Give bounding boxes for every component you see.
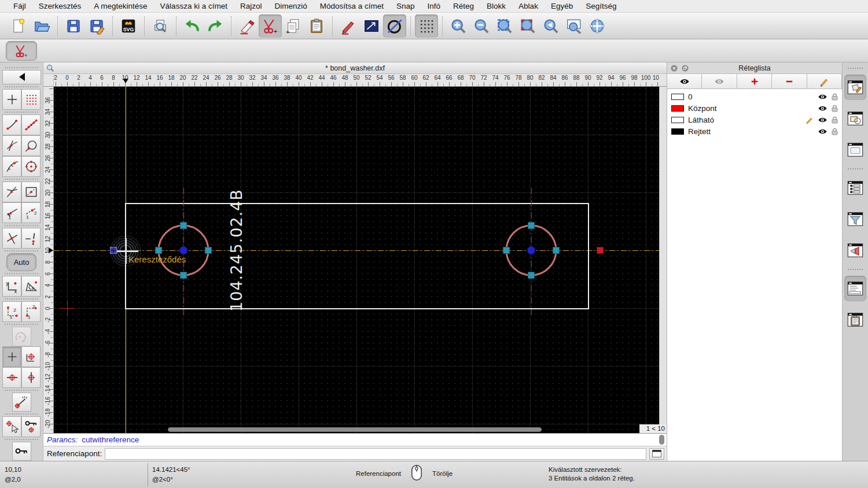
layer-visibility-eye-icon[interactable] xyxy=(818,105,827,112)
entity-list-dock-button[interactable] xyxy=(844,175,866,201)
horizontal-scrollbar-thumb[interactable] xyxy=(168,427,542,432)
menu-item-12[interactable]: Ablak xyxy=(512,2,545,10)
dock-handle[interactable] xyxy=(5,390,38,391)
dock-handle[interactable] xyxy=(5,250,38,252)
snap-center-button[interactable] xyxy=(21,156,41,177)
copy-button[interactable]: + xyxy=(282,14,305,38)
dock-handle[interactable] xyxy=(5,179,38,180)
snap-auto-button[interactable]: Auto xyxy=(6,253,36,271)
layer-lock-icon[interactable] xyxy=(832,116,838,124)
dock-handle[interactable] xyxy=(5,413,38,415)
grid-toggle-button[interactable] xyxy=(415,14,438,38)
layer-list-dock-button[interactable] xyxy=(844,75,866,100)
show-all-layers-button[interactable] xyxy=(667,74,702,88)
part-number-label[interactable]: 104.245.02.4B xyxy=(227,189,245,312)
dock-handle[interactable] xyxy=(5,67,38,68)
layer-row-0[interactable]: 0 xyxy=(667,91,842,102)
draw-pen-button[interactable] xyxy=(337,14,360,38)
block-list-dock-button[interactable] xyxy=(844,106,866,131)
endpoint-handle[interactable] xyxy=(597,247,604,254)
menu-item-6[interactable]: Dimenzió xyxy=(268,2,313,10)
zoom-selected-button[interactable] xyxy=(516,14,539,38)
snap-free-button[interactable] xyxy=(2,89,21,110)
zoom-auto-button[interactable] xyxy=(493,14,516,38)
snap-distance-manual-2-button[interactable]: 12 xyxy=(21,202,41,223)
restrict-orthogonal-button[interactable] xyxy=(21,346,41,367)
right-circle-center-point[interactable] xyxy=(527,246,535,254)
menu-item-2[interactable]: Szerkesztés xyxy=(32,2,88,10)
restrict-horizontal-button[interactable] xyxy=(2,367,21,388)
open-button[interactable] xyxy=(30,14,53,38)
layer-visibility-eye-icon[interactable] xyxy=(818,93,827,101)
relative-move-button[interactable] xyxy=(12,327,31,346)
document-title-bar[interactable]: * bond_washer.dxf xyxy=(43,62,667,74)
ellipse-tool-button[interactable] xyxy=(383,14,406,38)
cut-button[interactable]: + xyxy=(259,14,282,38)
dock-handle[interactable] xyxy=(848,168,863,169)
layer-lock-icon[interactable] xyxy=(832,105,838,112)
dock-handle[interactable] xyxy=(5,225,38,226)
set-relative-zero-button[interactable] xyxy=(2,416,21,437)
menu-item-1[interactable]: Fájl xyxy=(7,2,32,10)
layer-lock-icon[interactable] xyxy=(832,128,838,135)
lock-relative-zero-button[interactable] xyxy=(21,416,41,437)
menu-item-3[interactable]: A megtekintése xyxy=(87,2,153,10)
menu-item-9[interactable]: Infó xyxy=(421,2,447,10)
redo-button[interactable] xyxy=(204,14,227,38)
dock-handle[interactable] xyxy=(5,273,38,274)
coordinate-cartesian-button[interactable]: yx xyxy=(2,276,21,297)
layer-visibility-eye-icon[interactable] xyxy=(818,128,827,135)
menu-item-4[interactable]: Válassza ki a címet xyxy=(154,2,234,10)
zoom-out-button[interactable] xyxy=(470,14,493,38)
dock-handle[interactable] xyxy=(5,112,38,113)
corner-order-a-button[interactable]: 12 xyxy=(2,301,21,322)
attributes-eraser-button[interactable] xyxy=(236,14,259,38)
save-button[interactable] xyxy=(62,14,85,38)
menu-item-7[interactable]: Módosítsa a címet xyxy=(314,2,390,10)
collapse-back-button[interactable] xyxy=(2,70,41,84)
menu-item-8[interactable]: Snap xyxy=(390,2,421,10)
reference-point-handle[interactable] xyxy=(111,247,117,254)
dock-handle[interactable] xyxy=(5,298,38,300)
drawing-canvas[interactable]: 104.245.02.4B xyxy=(54,87,659,433)
snap-points-button[interactable] xyxy=(21,114,41,135)
menu-item-11[interactable]: Blokk xyxy=(480,2,512,10)
paste-button[interactable] xyxy=(305,14,328,38)
layer-lock-icon[interactable] xyxy=(832,93,838,101)
restrict-vertical-button[interactable] xyxy=(21,367,41,388)
current-tool-cut-button[interactable]: + xyxy=(6,41,37,61)
layer-row-Központ[interactable]: Központ xyxy=(667,102,842,114)
svg-export-button[interactable]: SVG xyxy=(117,14,140,38)
layer-visibility-eye-icon[interactable] xyxy=(818,116,827,124)
dock-handle[interactable] xyxy=(848,68,863,69)
float-panel-icon[interactable] xyxy=(681,64,689,72)
vertical-scrollbar[interactable] xyxy=(659,87,667,433)
close-icon[interactable] xyxy=(670,64,678,72)
edit-layer-button[interactable] xyxy=(807,74,842,88)
command-window-toggle-button[interactable] xyxy=(649,448,664,460)
dock-handle[interactable] xyxy=(5,439,38,440)
command-prompt-dock-button[interactable] xyxy=(844,238,866,263)
save-as-button[interactable] xyxy=(85,14,108,38)
scale-button[interactable] xyxy=(360,14,383,38)
snap-rect-middle-button[interactable] xyxy=(21,182,41,202)
command-window-dock-button[interactable] xyxy=(844,276,866,301)
dock-handle[interactable] xyxy=(5,86,38,87)
new-document-button[interactable] xyxy=(7,14,30,38)
print-preview-button[interactable] xyxy=(149,14,172,38)
command-scrollbar-thumb[interactable] xyxy=(659,435,664,445)
layer-row-Látható[interactable]: Látható xyxy=(667,114,842,125)
add-layer-button[interactable] xyxy=(737,74,772,88)
clipboard-dock-button[interactable] xyxy=(844,307,866,332)
zoom-in-button[interactable] xyxy=(447,14,470,38)
dock-handle[interactable] xyxy=(848,269,863,270)
snap-intersection-button[interactable] xyxy=(2,228,21,249)
snap-on-entity-button[interactable] xyxy=(21,135,41,156)
angle-gauge-button[interactable] xyxy=(12,393,31,412)
left-circle-center-point[interactable] xyxy=(179,246,187,254)
snap-intersection-manual-button[interactable] xyxy=(21,228,41,249)
library-browser-dock-button[interactable] xyxy=(844,137,866,162)
lock-button[interactable] xyxy=(12,442,31,461)
zoom-previous-button[interactable] xyxy=(539,14,562,38)
menu-item-14[interactable]: Segítség xyxy=(579,2,623,10)
